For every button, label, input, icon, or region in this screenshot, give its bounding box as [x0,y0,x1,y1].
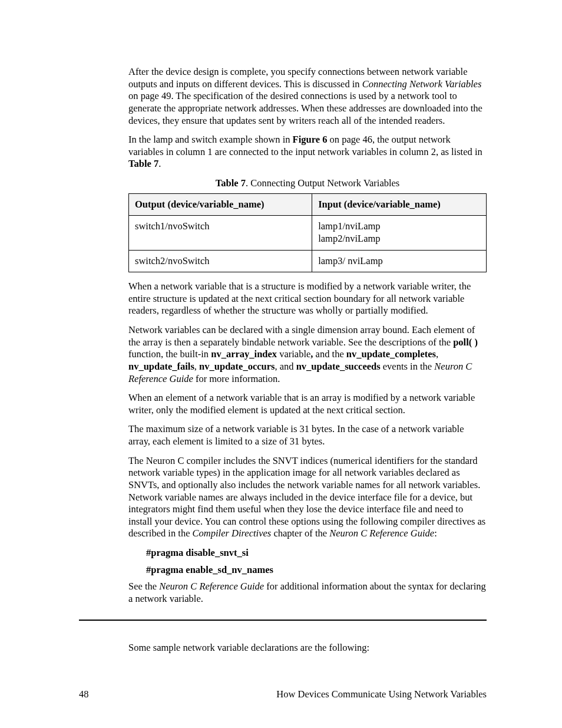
paragraph-7: The Neuron C compiler includes the SNVT … [128,455,487,540]
table-caption: Table 7. Connecting Output Network Varia… [128,177,487,190]
ref-compiler-directives: Compiler Directives [193,528,272,539]
table-connections: Output (device/variable_name) Input (dev… [128,193,487,273]
text: Network variables can be declared with a… [128,324,475,348]
link-connecting-nv: Connecting Network Variables [362,78,482,90]
cell-output-1: switch1/nvoSwitch [129,216,312,250]
paragraph-3: When a network variable that is a struct… [128,281,487,317]
text: See the [128,581,159,592]
text: on page 49. The specification of the des… [128,90,482,126]
cell-input-2: lamp3/ nviLamp [312,250,487,272]
text: . [158,158,161,169]
table-row: switch1/nvoSwitch lamp1/nviLamp lamp2/nv… [129,216,487,250]
paragraph-2: In the lamp and switch example shown in … [128,134,487,170]
section-divider [79,620,487,621]
cell-output-2: switch2/nvoSwitch [129,250,312,272]
text: and the [313,348,346,360]
th-input: Input (device/variable_name) [312,193,487,216]
table-number: Table 7 [216,177,246,189]
paragraph-9: Some sample network variable declaration… [128,642,487,654]
text: In the lamp and switch example shown in [128,134,293,145]
text: lamp1/nviLamp [318,220,380,232]
th-output: Output (device/variable_name) [129,193,312,216]
text: , and [275,361,296,372]
kw-nv-update-fails: nv_update_fails [128,361,194,372]
kw-poll: poll( ) [453,337,478,348]
page-number: 48 [79,689,89,701]
kw-nv-update-succeeds: nv_update_succeeds [296,361,381,372]
page: After the device design is complete, you… [0,0,562,728]
cell-input-1: lamp1/nviLamp lamp2/nviLamp [312,216,487,250]
table-title: . Connecting Output Network Variables [246,177,399,189]
text: , [194,361,199,372]
paragraph-8: See the Neuron C Reference Guide for add… [128,581,487,605]
text: for more information. [193,373,280,384]
paragraph-5: When an element of a network variable th… [128,392,487,416]
pragma-block: #pragma disable_snvt_si #pragma enable_s… [146,547,487,576]
text: function, the built-in [128,348,211,360]
paragraph-4: Network variables can be declared with a… [128,324,487,385]
text: The Neuron C compiler includes the SNVT … [128,455,485,539]
kw-nv-update-completes: nv_update_completes [346,348,436,360]
text: lamp2/nviLamp [318,233,380,244]
pragma-enable-sd-nv-names: #pragma enable_sd_nv_names [146,564,487,577]
text: : [434,528,437,539]
paragraph-1: After the device design is complete, you… [128,66,487,127]
ref-guide: Neuron C Reference Guide [329,528,434,539]
table-header-row: Output (device/variable_name) Input (dev… [129,193,487,216]
kw-nv-array-index: nv_array_index [211,348,277,360]
ref-guide: Neuron C Reference Guide [159,581,264,592]
text: , [436,348,438,360]
pragma-disable-snvt-si: #pragma disable_snvt_si [146,547,487,559]
page-footer: 48 How Devices Communicate Using Network… [79,689,487,701]
text: events in the [381,361,435,372]
table-row: switch2/nvoSwitch lamp3/ nviLamp [129,250,487,272]
chapter-title: How Devices Communicate Using Network Va… [276,689,487,701]
ref-figure-6: Figure 6 [293,134,328,145]
text: variable [277,348,310,360]
text: chapter of the [271,528,329,539]
ref-table-7: Table 7 [128,158,158,169]
kw-nv-update-occurs: nv_update_occurs [199,361,275,372]
paragraph-6: The maximum size of a network variable i… [128,423,487,447]
